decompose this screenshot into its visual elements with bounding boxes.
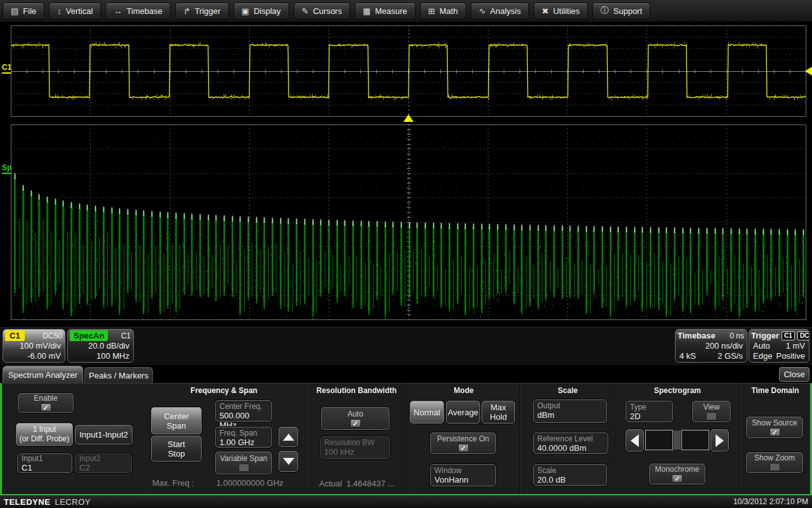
center-freq-field[interactable]: Center Freq. 500.000 MHz <box>215 400 272 422</box>
monochrome-checkbox-checked[interactable]: ✓ <box>672 474 683 483</box>
freq-span-label: Freq. Span <box>219 429 268 438</box>
start-stop-button[interactable]: Start Stop <box>151 436 202 462</box>
enable-toggle[interactable]: Enable ✓ <box>18 393 74 413</box>
menu-button-support[interactable]: ⓘSupport <box>593 3 651 20</box>
window-value: VonHann <box>435 475 492 485</box>
spectrogram-view-label: View <box>704 403 720 411</box>
mode-normal-button[interactable]: Normal <box>410 401 444 424</box>
rbw-header: Resolution Bandwidth <box>305 386 408 395</box>
menu-button-analysis[interactable]: ∿Analysis <box>471 3 529 20</box>
mode-average-button[interactable]: Average <box>446 401 480 424</box>
dialog-tab-strip: Spectrum Analyzer Peaks / Markers Close <box>0 365 812 383</box>
one-input-button[interactable]: 1 Input (or Diff. Probe) <box>16 423 73 446</box>
file-icon: ▤ <box>11 6 18 16</box>
show-zoom-label: Show Zoom <box>754 454 795 462</box>
enable-checkbox-checked[interactable]: ✓ <box>41 403 51 411</box>
trigger-coupling-badge: DC <box>797 331 809 340</box>
dialog-body: Frequency & Span Resolution Bandwidth Mo… <box>0 383 812 495</box>
specan-descriptor-box[interactable]: SpecAn C1 20.0 dB/div 100 MHz <box>67 329 134 363</box>
reference-level-value: 40.0000 dBm <box>537 443 604 453</box>
close-button[interactable]: Close <box>779 367 809 382</box>
start-stop-line1: Start <box>167 439 185 449</box>
rbw-auto-checkbox-checked[interactable]: ✓ <box>350 419 361 427</box>
rbw-auto-toggle[interactable]: Auto ✓ <box>321 407 390 430</box>
menu-button-utilities[interactable]: ✖Utilities <box>534 3 588 20</box>
trigger-descriptor-box[interactable]: Trigger C1 DC Auto 1 mV Edge Positive <box>749 329 809 363</box>
input1-value: C1 <box>22 463 68 472</box>
menu-button-vertical[interactable]: ↕Vertical <box>49 3 101 20</box>
spectrogram-view-toggle[interactable]: View <box>692 401 731 422</box>
section-divider <box>520 384 520 494</box>
span-up-button[interactable] <box>278 427 298 447</box>
slider-track-right[interactable] <box>681 430 709 450</box>
tab-spectrum-analyzer[interactable]: Spectrum Analyzer <box>3 366 83 383</box>
trigger-time-marker-icon[interactable] <box>403 114 414 122</box>
brand-lecroy: LECROY <box>55 497 90 507</box>
spectrogram-right-button[interactable] <box>710 429 729 451</box>
mode-max-hold-button[interactable]: Max Hold <box>481 401 515 424</box>
menu-button-label: Utilities <box>553 6 580 16</box>
monochrome-toggle[interactable]: Monochrome ✓ <box>649 464 705 485</box>
freq-span-header: Frequency & Span <box>143 386 305 395</box>
output-field[interactable]: Output dBm <box>533 399 607 423</box>
menu-button-math[interactable]: ⊞Math <box>420 3 466 20</box>
show-source-checkbox-checked[interactable]: ✓ <box>769 428 780 436</box>
variable-span-toggle[interactable]: Variable Span <box>215 451 272 474</box>
input1-field[interactable]: Input1 C1 <box>17 453 72 473</box>
variable-span-checkbox-unchecked[interactable] <box>239 464 249 472</box>
crossed-tools-icon: ✖ <box>542 6 549 16</box>
menu-button-timebase[interactable]: ↔Timebase <box>105 3 171 20</box>
scale-header: Scale <box>520 386 616 395</box>
freq-span-field[interactable]: Freq. Span 1.00 GHz <box>215 427 272 448</box>
info-circle-icon: ⓘ <box>601 5 609 17</box>
c1-trace-label[interactable]: C1 <box>2 64 11 74</box>
timebase-title: Timebase <box>678 331 716 340</box>
resolution-bw-field: Resolution BW 100 kHz <box>320 436 390 459</box>
center-span-button[interactable]: Center Span <box>151 407 202 434</box>
spectrogram-left-button[interactable] <box>625 429 644 451</box>
spectrogram-header: Spectrogram <box>616 386 739 395</box>
slider-thumb[interactable] <box>673 430 681 450</box>
tab-peaks-markers[interactable]: Peaks / Markers <box>84 367 153 383</box>
show-source-toggle[interactable]: Show Source ✓ <box>746 417 803 438</box>
timebase-descriptor-box[interactable]: Timebase 0 ns 200 ns/div 4 kS 2 GS/s <box>675 329 747 363</box>
resolution-bw-value: 100 kHz <box>324 447 386 457</box>
left-arrow-icon <box>631 434 639 447</box>
scale-field[interactable]: Scale 20.0 dB <box>533 464 607 486</box>
menu-button-display[interactable]: ▣Display <box>233 3 289 20</box>
c1-offset: -6.00 mV <box>3 351 65 361</box>
mode-normal-label: Normal <box>414 408 440 417</box>
timebase-rate: 2 GS/s <box>717 351 743 361</box>
menu-button-cursors[interactable]: ✎Cursors <box>294 3 350 20</box>
window-field[interactable]: Window VonHann <box>430 464 496 486</box>
show-zoom-toggle[interactable]: Show Zoom <box>746 452 803 473</box>
one-input-line2: (or Diff. Probe) <box>20 434 69 444</box>
start-stop-line2: Stop <box>168 449 185 458</box>
menu-button-file[interactable]: ▤File <box>3 3 44 20</box>
persistence-checkbox-checked[interactable]: ✓ <box>458 444 469 452</box>
view-checkbox-unchecked[interactable] <box>706 412 717 420</box>
menu-button-trigger[interactable]: ↱Trigger <box>175 3 229 20</box>
spectrum-trace-label[interactable]: Sp <box>2 164 11 174</box>
trigger-level-marker-icon[interactable] <box>805 67 812 76</box>
waveform-grid-canvas[interactable] <box>0 22 812 327</box>
slider-track-left[interactable] <box>645 430 673 450</box>
reference-level-field[interactable]: Reference Level 40.0000 dBm <box>533 432 608 454</box>
enable-label: Enable <box>34 394 57 403</box>
span-down-button[interactable] <box>278 451 298 472</box>
monochrome-label: Monochrome <box>655 465 699 474</box>
reference-level-label: Reference Level <box>537 434 604 443</box>
input2-label: Input2 <box>79 454 128 463</box>
spectrogram-type-field[interactable]: Type 2D <box>625 401 673 422</box>
persistence-toggle[interactable]: Persistence On ✓ <box>430 432 496 454</box>
scale-label: Scale <box>537 466 603 475</box>
variable-span-label: Variable Span <box>220 455 268 463</box>
menu-bar: ▤File↕Vertical↔Timebase↱Trigger▣Display✎… <box>0 0 812 22</box>
input1-minus-input2-button[interactable]: Input1-Input2 <box>75 425 133 444</box>
menu-button-label: Timebase <box>126 6 162 16</box>
menu-button-measure[interactable]: ▦Measure <box>355 3 416 20</box>
c1-descriptor-box[interactable]: C1 DC50 100 mV/div -6.00 mV <box>3 329 65 363</box>
show-zoom-checkbox-unchecked[interactable] <box>769 463 780 471</box>
spectrogram-slider[interactable] <box>645 430 709 450</box>
center-freq-label: Center Freq. <box>219 402 268 411</box>
